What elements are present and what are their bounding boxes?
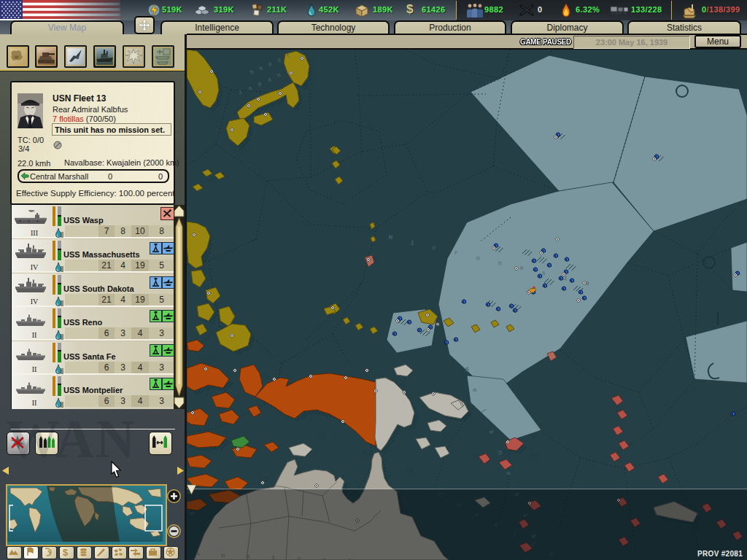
svg-text:$: $ — [63, 547, 69, 557]
